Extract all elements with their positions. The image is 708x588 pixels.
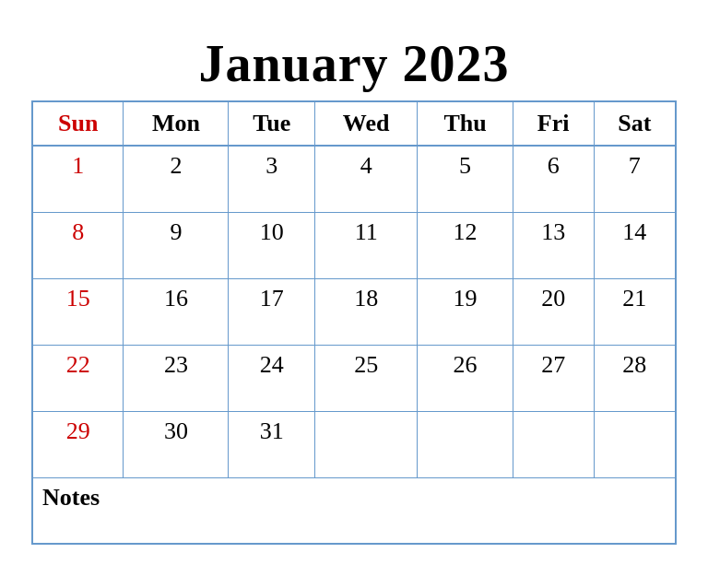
day-cell: 24 xyxy=(229,345,314,411)
day-cell: 7 xyxy=(594,146,676,212)
day-cell: 9 xyxy=(124,212,229,278)
day-cell: 26 xyxy=(418,345,513,411)
day-cell: 1 xyxy=(32,146,124,212)
header-thu: Thu xyxy=(418,101,513,146)
header-wed: Wed xyxy=(314,101,417,146)
day-cell: 10 xyxy=(229,212,314,278)
day-cell: 21 xyxy=(594,278,676,345)
day-cell: 31 xyxy=(229,411,314,477)
day-cell: 25 xyxy=(314,345,417,411)
day-cell: 8 xyxy=(32,212,124,278)
day-cell: 6 xyxy=(513,146,594,212)
week-row: 8 9 10 11 12 13 14 xyxy=(32,212,676,278)
header-tue: Tue xyxy=(229,101,314,146)
day-cell: 2 xyxy=(124,146,229,212)
day-cell-empty xyxy=(314,411,417,477)
day-cell: 20 xyxy=(513,278,594,345)
day-cell: 12 xyxy=(418,212,513,278)
day-cell: 4 xyxy=(314,146,417,212)
notes-label: Notes xyxy=(32,477,676,544)
calendar-container: January 2023 Sun Mon Tue Wed Thu Fri Sat… xyxy=(13,25,695,563)
header-mon: Mon xyxy=(124,101,229,146)
day-cell: 3 xyxy=(229,146,314,212)
day-cell: 15 xyxy=(32,278,124,345)
day-cell: 17 xyxy=(229,278,314,345)
week-row: 1 2 3 4 5 6 7 xyxy=(32,146,676,212)
day-cell: 11 xyxy=(314,212,417,278)
day-cell-empty xyxy=(513,411,594,477)
week-row: 22 23 24 25 26 27 28 xyxy=(32,345,676,411)
header-sat: Sat xyxy=(594,101,676,146)
notes-row: Notes xyxy=(32,477,676,544)
day-cell: 30 xyxy=(124,411,229,477)
day-cell: 16 xyxy=(124,278,229,345)
week-row: 15 16 17 18 19 20 21 xyxy=(32,278,676,345)
day-cell: 28 xyxy=(594,345,676,411)
day-cell: 22 xyxy=(32,345,124,411)
day-cell-empty xyxy=(594,411,676,477)
header-fri: Fri xyxy=(513,101,594,146)
day-cell: 29 xyxy=(32,411,124,477)
calendar-title: January 2023 xyxy=(31,34,677,100)
day-cell: 23 xyxy=(124,345,229,411)
day-cell: 27 xyxy=(513,345,594,411)
day-cell: 18 xyxy=(314,278,417,345)
day-cell: 13 xyxy=(513,212,594,278)
header-row: Sun Mon Tue Wed Thu Fri Sat xyxy=(32,101,676,146)
day-cell: 14 xyxy=(594,212,676,278)
day-cell: 19 xyxy=(418,278,513,345)
day-cell: 5 xyxy=(418,146,513,212)
day-cell-empty xyxy=(418,411,513,477)
header-sun: Sun xyxy=(32,101,124,146)
week-row: 29 30 31 xyxy=(32,411,676,477)
calendar-table: Sun Mon Tue Wed Thu Fri Sat 1 2 3 4 5 6 … xyxy=(31,100,677,545)
